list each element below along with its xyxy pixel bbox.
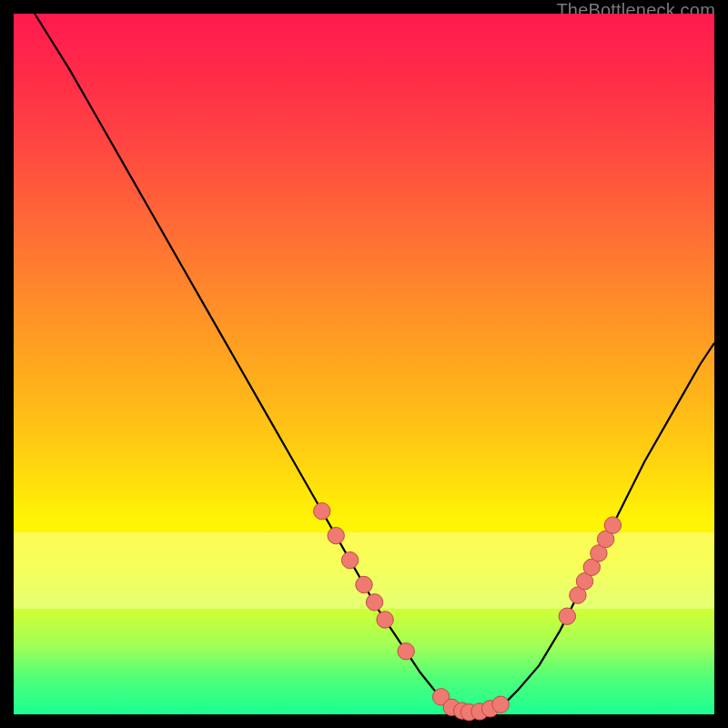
chart-container: TheBottleneck.com (0, 0, 728, 728)
curve-marker (559, 608, 575, 624)
curve-marker (492, 696, 509, 713)
curve-marker (328, 527, 344, 543)
curve-marker (604, 517, 621, 533)
curve-marker (398, 643, 414, 660)
curve-marker (341, 551, 358, 568)
curve-marker (366, 594, 382, 611)
plot-area (14, 14, 714, 714)
curve-marker (356, 576, 372, 592)
curve-marker (314, 503, 330, 520)
curve-marker (377, 612, 393, 628)
curve-markers (314, 503, 622, 721)
bottleneck-curve-svg (14, 14, 714, 714)
